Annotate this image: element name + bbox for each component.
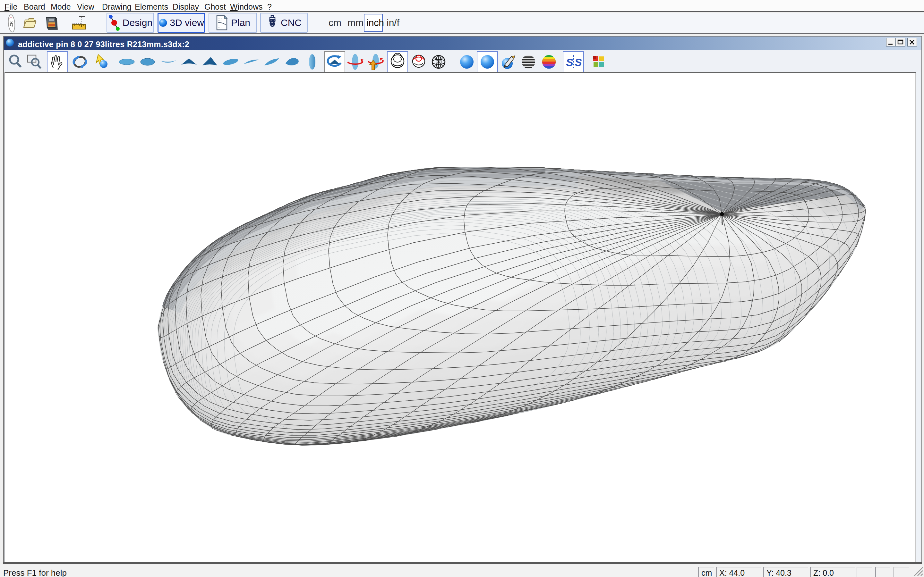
svg-text:S: S xyxy=(566,56,573,68)
svg-text:S: S xyxy=(575,56,582,68)
